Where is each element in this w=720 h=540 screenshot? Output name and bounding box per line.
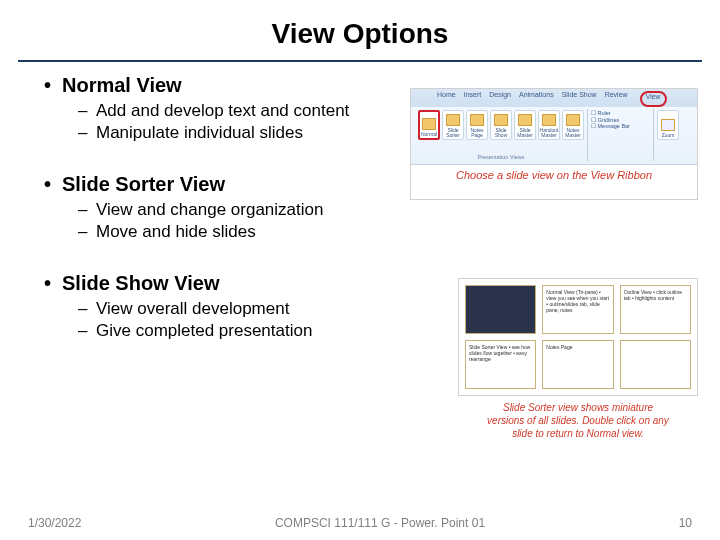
mini-slide: Slide Sorter View • see how slides flow … bbox=[465, 340, 536, 389]
tab: Insert bbox=[464, 91, 482, 107]
sorter-caption: Slide Sorter view shows miniature versio… bbox=[458, 401, 698, 440]
group-label: Presentation Views bbox=[418, 154, 584, 160]
tab: Home bbox=[437, 91, 456, 107]
zoom-icon: Zoom bbox=[657, 110, 679, 140]
show-hide-checks: Ruler Gridlines Message Bar bbox=[591, 110, 650, 130]
mini-slide bbox=[620, 340, 691, 389]
tab: Animations bbox=[519, 91, 554, 107]
ribbon-body: Normal Slide Sorter Notes Page Slide Sho… bbox=[411, 107, 697, 163]
title-rule bbox=[18, 60, 702, 62]
tab: Review bbox=[605, 91, 628, 107]
mini-slide: Normal View (Tri-pane) • view you see wh… bbox=[542, 285, 613, 334]
slide-title: View Options bbox=[0, 0, 720, 60]
ribbon: Home Insert Design Animations Slide Show… bbox=[411, 89, 697, 165]
footer: 1/30/2022 COMPSCI 111/111 G - Power. Poi… bbox=[0, 516, 720, 530]
item: View and change organization bbox=[78, 200, 690, 220]
sorter-grid: Normal View (Tri-pane) • view you see wh… bbox=[458, 278, 698, 396]
footer-page: 10 bbox=[679, 516, 692, 530]
tab-view-circled: View bbox=[640, 91, 667, 107]
mini-slide: Outline View • click outline tab • highl… bbox=[620, 285, 691, 334]
footer-date: 1/30/2022 bbox=[28, 516, 81, 530]
slide-sorter-icon: Slide Sorter bbox=[442, 110, 464, 140]
item: Move and hide slides bbox=[78, 222, 690, 242]
tab: Design bbox=[489, 91, 511, 107]
notes-master-icon: Notes Master bbox=[562, 110, 584, 140]
mini-slide bbox=[465, 285, 536, 334]
ribbon-tabs: Home Insert Design Animations Slide Show… bbox=[411, 89, 697, 107]
slide-sorter-screenshot: Normal View (Tri-pane) • view you see wh… bbox=[458, 278, 698, 448]
slide-show-icon: Slide Show bbox=[490, 110, 512, 140]
normal-view-icon: Normal bbox=[418, 110, 440, 140]
mini-slide: Notes Page bbox=[542, 340, 613, 389]
handout-master-icon: Handout Master bbox=[538, 110, 560, 140]
tab: Slide Show bbox=[562, 91, 597, 107]
ribbon-caption: Choose a slide view on the View Ribbon bbox=[411, 169, 697, 181]
notes-page-icon: Notes Page bbox=[466, 110, 488, 140]
ribbon-screenshot: Home Insert Design Animations Slide Show… bbox=[410, 88, 698, 200]
slide-master-icon: Slide Master bbox=[514, 110, 536, 140]
footer-center: COMPSCI 111/111 G - Power. Point 01 bbox=[275, 516, 485, 530]
